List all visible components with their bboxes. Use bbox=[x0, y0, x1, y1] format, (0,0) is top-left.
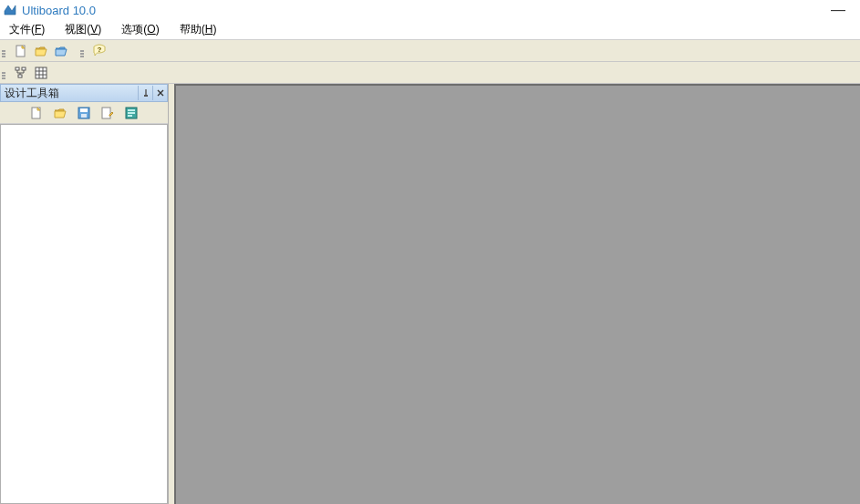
panel-close-button[interactable] bbox=[152, 86, 167, 100]
svg-rect-7 bbox=[144, 95, 148, 97]
svg-rect-18 bbox=[128, 115, 132, 117]
view-toolbar bbox=[0, 62, 860, 84]
svg-rect-5 bbox=[18, 75, 22, 77]
svg-text:?: ? bbox=[98, 46, 102, 54]
panel-new-button[interactable] bbox=[27, 104, 46, 122]
workspace bbox=[174, 84, 860, 504]
open-db-button[interactable] bbox=[51, 41, 71, 61]
grid-view-button[interactable] bbox=[31, 63, 51, 83]
panel-rename-button[interactable] bbox=[98, 104, 117, 122]
svg-rect-4 bbox=[22, 67, 26, 70]
menu-options[interactable]: 选项(O) bbox=[116, 21, 164, 38]
menu-file[interactable]: 文件(F) bbox=[4, 21, 50, 38]
panel-open-button[interactable] bbox=[51, 104, 69, 122]
open-file-button[interactable] bbox=[31, 41, 51, 61]
app-title: Ultiboard 10.0 bbox=[22, 4, 820, 17]
panel-pin-button[interactable] bbox=[138, 86, 152, 100]
menubar: 文件(F) 视图(V) 选项(O) 帮助(H) bbox=[0, 20, 860, 40]
new-file-button[interactable] bbox=[11, 41, 31, 61]
window-minimize-button[interactable]: — bbox=[820, 2, 856, 18]
tree-view-button[interactable] bbox=[11, 63, 31, 83]
main-toolbar: ? bbox=[0, 40, 860, 62]
app-icon bbox=[4, 4, 16, 16]
toolbar-grip[interactable] bbox=[2, 41, 8, 61]
svg-rect-8 bbox=[145, 89, 146, 95]
panel-toolbar bbox=[0, 102, 168, 124]
help-button[interactable]: ? bbox=[89, 41, 109, 61]
svg-rect-16 bbox=[128, 109, 135, 111]
svg-rect-14 bbox=[102, 108, 110, 118]
menu-help[interactable]: 帮助(H) bbox=[174, 21, 223, 38]
svg-rect-6 bbox=[36, 67, 47, 78]
content-area: 设计工具箱 bbox=[0, 84, 860, 504]
svg-rect-13 bbox=[81, 114, 87, 118]
titlebar: Ultiboard 10.0 — bbox=[0, 0, 860, 20]
panel-title: 设计工具箱 bbox=[1, 86, 138, 101]
menu-view[interactable]: 视图(V) bbox=[59, 21, 107, 38]
svg-rect-3 bbox=[16, 67, 19, 70]
toolbar-grip-2[interactable] bbox=[80, 41, 87, 61]
panel-titlebar: 设计工具箱 bbox=[0, 84, 168, 102]
design-toolbox-panel: 设计工具箱 bbox=[0, 84, 169, 504]
panel-body bbox=[0, 124, 168, 504]
toolbar-grip-3[interactable] bbox=[2, 63, 8, 83]
svg-rect-12 bbox=[80, 108, 88, 112]
panel-properties-button[interactable] bbox=[122, 104, 140, 122]
panel-save-button[interactable] bbox=[75, 104, 93, 122]
svg-rect-17 bbox=[128, 112, 135, 114]
